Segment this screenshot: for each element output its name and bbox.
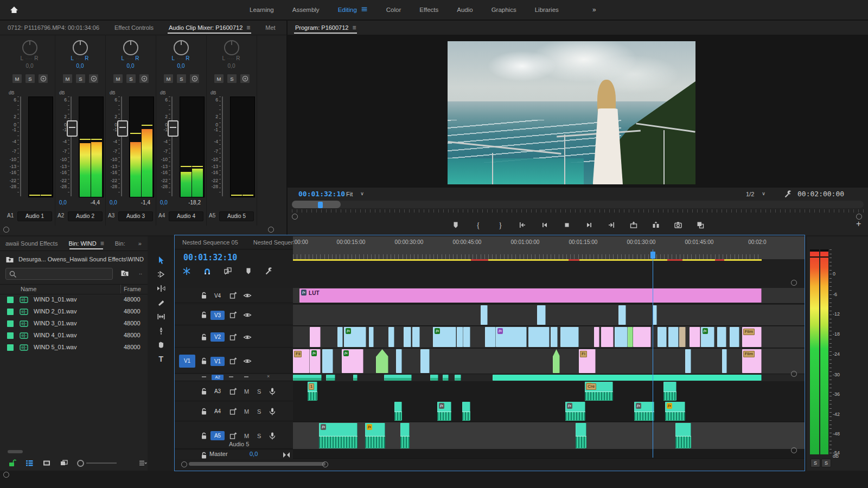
volume-fader[interactable] <box>168 120 178 137</box>
project-overflow-chevrons[interactable]: » <box>131 236 149 251</box>
timeline-clip[interactable] <box>679 327 686 347</box>
volume-value[interactable]: 0,0 <box>110 200 117 206</box>
timeline-clip[interactable] <box>481 305 488 325</box>
icon-view-button[interactable] <box>42 459 51 467</box>
timeline-clip[interactable] <box>293 375 322 381</box>
voiceover-record-icon[interactable] <box>268 387 277 396</box>
track-mute-button[interactable]: M <box>244 388 249 395</box>
track-select-V2[interactable]: V2 <box>210 332 225 342</box>
panel-menu-icon[interactable]: ≡ <box>246 24 250 31</box>
timeline-clip[interactable] <box>594 327 599 347</box>
timeline-hscroll-right-end[interactable] <box>322 461 328 467</box>
project-writable[interactable] <box>8 459 16 467</box>
sync-lock-icon[interactable] <box>229 432 238 440</box>
panel-menu-icon[interactable]: ≡ <box>352 24 356 31</box>
timeline-clip[interactable]: Film <box>742 349 762 373</box>
track-output-eye-icon[interactable] <box>243 311 252 319</box>
record-circle-icon[interactable] <box>140 74 149 83</box>
timeline-clip[interactable] <box>353 375 358 381</box>
timeline-clip[interactable] <box>310 327 321 347</box>
panel-menu-icon[interactable]: ≡ <box>100 240 104 247</box>
timeline-clip[interactable] <box>404 327 411 347</box>
timeline-clip[interactable] <box>400 423 410 448</box>
brace-in-icon[interactable]: { <box>474 221 482 229</box>
timeline-clip[interactable] <box>560 327 579 347</box>
track-solo-button[interactable]: S <box>257 433 261 439</box>
timeline-clip[interactable] <box>658 327 667 347</box>
timeline-clip[interactable] <box>730 327 739 347</box>
list-item[interactable]: WIND 4_01.wav48000 <box>0 330 148 342</box>
timeline-clip[interactable] <box>455 375 461 381</box>
timeline-clip[interactable]: fx <box>496 327 527 347</box>
column-divider[interactable] <box>120 285 121 293</box>
workspace-tab-audio[interactable]: Audio <box>457 7 473 13</box>
timeline-clip[interactable] <box>430 375 438 381</box>
track-select-V1[interactable]: V1 <box>210 357 225 366</box>
volume-fader[interactable] <box>67 120 78 137</box>
track-lock-icon[interactable] <box>200 387 208 396</box>
timeline-clip[interactable] <box>668 327 679 347</box>
razor-tool[interactable] <box>155 297 167 308</box>
pan-value[interactable]: 0,0 <box>156 63 206 69</box>
timeline-clip[interactable] <box>369 327 374 347</box>
ripple-tool[interactable] <box>155 283 167 294</box>
timeline-vscroll-top-end[interactable] <box>791 280 797 286</box>
timeline-hscroll-handle[interactable] <box>189 462 326 466</box>
solo-button[interactable]: S <box>25 74 35 84</box>
solo-right-button[interactable]: S <box>821 459 831 467</box>
lift-button[interactable] <box>627 219 640 232</box>
timeline-clip[interactable]: Fi <box>579 349 596 373</box>
timeline-clip[interactable] <box>443 375 449 381</box>
timeline-clip[interactable] <box>322 349 333 373</box>
step-back-icon[interactable] <box>540 221 549 229</box>
timeline-clip[interactable]: Fil <box>293 349 310 373</box>
brace-out-button[interactable]: } <box>494 219 507 232</box>
channel-name[interactable]: Audio 4 <box>169 211 203 221</box>
record-circle-icon[interactable] <box>190 74 199 83</box>
record-circle-icon[interactable] <box>90 74 98 83</box>
timeline-clip[interactable] <box>412 327 420 347</box>
master-volume-value[interactable]: 0,0 <box>250 451 258 457</box>
timeline-clip[interactable] <box>388 327 394 347</box>
home-icon[interactable] <box>10 5 18 14</box>
compare-button[interactable] <box>694 219 707 232</box>
timeline-clip[interactable] <box>717 327 726 347</box>
track-select-A3[interactable]: A3 <box>210 387 225 396</box>
freeform-view-button[interactable] <box>60 459 68 467</box>
timeline-clip[interactable]: fx <box>433 327 456 347</box>
channel-name[interactable]: Audio 3 <box>118 211 153 221</box>
timeline-clip[interactable] <box>633 327 651 347</box>
timeline-clip[interactable] <box>384 375 412 381</box>
timeline-clip[interactable]: fx <box>310 349 321 373</box>
timeline-clip[interactable] <box>462 402 470 421</box>
sync-lock-icon[interactable] <box>229 387 238 396</box>
timeline-vscroll-bottom-end[interactable] <box>791 447 797 453</box>
workspace-menu-icon[interactable] <box>361 5 368 15</box>
stop-icon[interactable] <box>563 221 571 229</box>
sync-lock-icon[interactable] <box>229 407 238 416</box>
mute-button[interactable]: M <box>214 74 224 84</box>
ripple-icon[interactable] <box>157 284 165 293</box>
timeline-hscroll-left-end[interactable] <box>181 461 187 467</box>
project-hscroll-end[interactable] <box>3 472 9 478</box>
timeline-clip[interactable] <box>528 327 550 347</box>
workspace-tab-editing[interactable]: Editing <box>338 5 368 15</box>
timeline-clip[interactable]: fx <box>634 402 654 421</box>
track-solo-button[interactable]: S <box>257 388 261 395</box>
timeline-clip[interactable] <box>618 305 626 325</box>
lift-icon[interactable] <box>629 221 638 229</box>
panel-tab-0[interactable]: 0712: P1116796.MP4: 00:01:34:06 <box>0 21 107 35</box>
mute-button[interactable]: M <box>163 74 174 84</box>
button-editor-plus[interactable]: + <box>856 219 861 229</box>
timeline-clip[interactable] <box>463 327 470 347</box>
mute-button[interactable]: M <box>12 74 22 84</box>
pan-knob[interactable] <box>73 40 88 55</box>
list-item[interactable]: WIND 1_01.wav48000 <box>0 294 148 306</box>
pen-tool[interactable] <box>155 325 167 336</box>
workspace-tab-learning[interactable]: Learning <box>250 7 274 13</box>
workspace-tab-graphics[interactable]: Graphics <box>492 7 516 13</box>
channel-name[interactable]: Audio 1 <box>17 211 52 221</box>
track-output-eye-icon[interactable] <box>243 291 252 300</box>
list-item[interactable]: WIND 2_01.wav48000 <box>0 306 148 318</box>
pan-value[interactable]: 0,0 <box>206 63 257 69</box>
